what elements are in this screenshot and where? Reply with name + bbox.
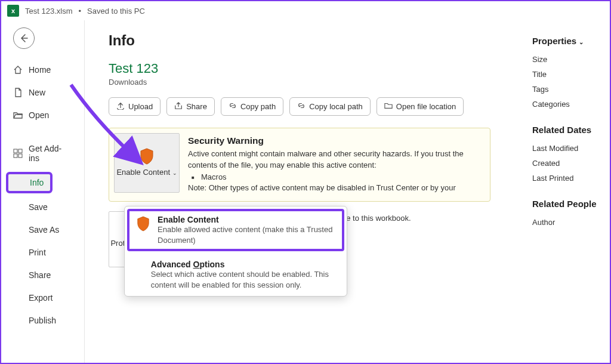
menu-advanced-options-desc: Select which active content should be en… (151, 269, 337, 290)
sidebar-label-new: New (29, 88, 45, 97)
page-title: Info (109, 32, 514, 49)
related-dates-heading: Related Dates (532, 125, 610, 135)
property-author: Author (532, 215, 610, 230)
menu-enable-content-title: Enable Content (158, 215, 335, 224)
upload-label: Upload (128, 102, 153, 111)
properties-panel: Properties ⌄ Size Title Tags Categories … (514, 32, 610, 363)
security-warning-title: Security Warning (188, 135, 480, 146)
svg-rect-3 (18, 154, 22, 158)
sidebar-label-saveas: Save As (29, 225, 59, 235)
enable-content-label: Enable Content (116, 168, 170, 177)
copy-local-path-button[interactable]: Copy local path (289, 97, 371, 116)
sidebar-item-info[interactable]: Info (6, 172, 53, 193)
copy-path-label: Copy path (240, 102, 276, 111)
link-icon (229, 101, 237, 112)
sidebar-label-print: Print (29, 248, 46, 257)
folder-open-icon (13, 110, 23, 120)
file-location[interactable]: Downloads (109, 78, 514, 87)
security-warning-panel: Enable Content ⌄ Security Warning Active… (109, 128, 490, 202)
enable-content-button[interactable]: Enable Content ⌄ (114, 133, 180, 193)
sidebar-label-share: Share (29, 270, 51, 280)
titlebar: x Test 123.xlsm • Saved to this PC (1, 1, 610, 20)
sidebar: Home New Open Get Add-ins Info Save Save… (1, 20, 84, 363)
menu-enable-content-desc: Enable allowed active content (make this… (158, 224, 335, 245)
shield-icon (137, 215, 150, 245)
property-created: Created (532, 156, 610, 171)
sidebar-item-publish[interactable]: Publish (4, 310, 81, 331)
svg-rect-2 (14, 154, 17, 158)
save-status: Saved to this PC (87, 7, 145, 16)
property-last-printed: Last Printed (532, 171, 610, 186)
sidebar-label-export: Export (29, 293, 53, 303)
copy-local-path-label: Copy local path (309, 102, 363, 111)
excel-icon: x (7, 5, 19, 17)
sidebar-item-print[interactable]: Print (4, 242, 81, 263)
property-last-modified: Last Modified (532, 141, 610, 156)
sidebar-item-save[interactable]: Save (4, 196, 81, 218)
property-categories[interactable]: Categories (532, 97, 610, 112)
security-bullet-macros: Macros (201, 171, 480, 183)
sidebar-item-export[interactable]: Export (4, 287, 81, 309)
sidebar-label-info: Info (30, 178, 44, 187)
sidebar-label-open: Open (29, 110, 49, 120)
copy-path-button[interactable]: Copy path (221, 97, 283, 116)
sidebar-item-saveas[interactable]: Save As (4, 219, 81, 240)
security-warning-line1: Active content might contain malware and… (188, 149, 480, 171)
back-button[interactable] (13, 27, 35, 49)
file-title: Test 123 (109, 61, 514, 76)
share-label: Share (186, 102, 207, 111)
shield-icon (140, 148, 154, 165)
menu-advanced-options-title: Advanced Options (151, 260, 337, 269)
menu-item-advanced-options[interactable]: Advanced Options Select which active con… (125, 254, 347, 296)
sidebar-label-save: Save (29, 202, 48, 212)
main-panel: Info Test 123 Downloads Upload Share Cop… (84, 20, 610, 363)
arrow-left-icon (19, 33, 29, 43)
action-row: Upload Share Copy path Copy local path O… (109, 97, 514, 116)
sidebar-item-addins[interactable]: Get Add-ins (4, 138, 81, 169)
upload-icon (116, 101, 125, 112)
share-button[interactable]: Share (166, 97, 215, 116)
property-title[interactable]: Title (532, 67, 610, 82)
share-icon (174, 101, 183, 112)
open-file-location-button[interactable]: Open file location (377, 97, 464, 116)
svg-rect-0 (14, 149, 17, 153)
separator-dot: • (78, 7, 81, 16)
enable-content-dropdown: Enable Content Enable allowed active con… (124, 206, 347, 297)
property-size: Size (532, 52, 610, 67)
security-note: Note: Other types of active content may … (188, 183, 480, 194)
property-tags[interactable]: Tags (532, 82, 610, 97)
upload-button[interactable]: Upload (109, 97, 161, 116)
sidebar-label-addins: Get Add-ins (29, 144, 71, 163)
sidebar-item-open[interactable]: Open (4, 104, 81, 126)
sidebar-item-home[interactable]: Home (4, 59, 81, 81)
sidebar-item-new[interactable]: New (4, 82, 81, 103)
sidebar-label-publish: Publish (29, 316, 56, 325)
home-icon (13, 65, 23, 75)
svg-rect-1 (18, 149, 22, 153)
related-people-heading: Related People (532, 199, 610, 209)
sidebar-item-share[interactable]: Share (4, 264, 81, 286)
folder-icon (384, 101, 393, 112)
properties-heading[interactable]: Properties ⌄ (532, 36, 610, 46)
file-name: Test 123.xlsm (25, 7, 72, 16)
sidebar-label-home: Home (29, 65, 51, 75)
addins-icon (13, 149, 23, 158)
chevron-down-icon: ⌄ (579, 39, 584, 45)
new-file-icon (13, 88, 23, 97)
link-icon (297, 101, 306, 112)
open-location-label: Open file location (396, 102, 456, 111)
menu-item-enable-content[interactable]: Enable Content Enable allowed active con… (127, 209, 344, 251)
